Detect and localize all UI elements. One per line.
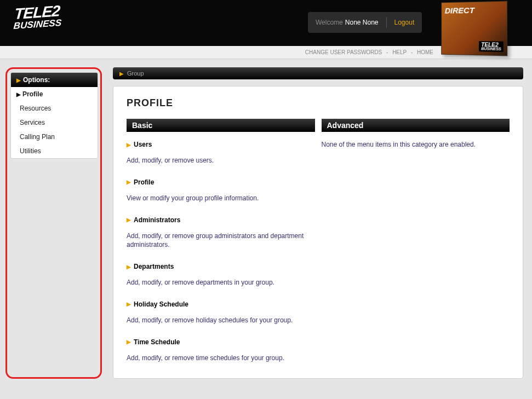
section-profile: ▶ Profile View or modify your group prof… [127,178,315,203]
sidebar-item-calling-plan[interactable]: Calling Plan [11,130,98,144]
arrow-icon: ▶ [16,91,21,97]
breadcrumb: ▶ Group [113,67,523,79]
sidebar-item-label: Services [20,119,45,126]
section-desc: Add, modify, or remove holiday schedules… [127,316,315,325]
column-advanced: Advanced None of the menu items in this … [322,119,510,363]
logo-line2: BUSINESS [13,19,62,31]
section-link-users[interactable]: ▶ Users [127,141,315,148]
logout-link[interactable]: Logout [394,19,415,26]
arrow-icon: ▶ [127,264,131,270]
arrow-icon: ▶ [127,217,131,223]
sidebar-item-resources[interactable]: Resources [11,101,98,115]
arrow-icon: ▶ [119,71,124,77]
logo: TELE2 BUSINESS [13,4,63,31]
section-time-schedule: ▶ Time Schedule Add, modify, or remove t… [127,338,315,363]
section-holiday-schedule: ▶ Holiday Schedule Add, modify, or remov… [127,300,315,325]
section-desc: Add, modify, or remove group administrat… [127,232,315,250]
page-title: PROFILE [127,97,510,109]
arrow-icon: ▶ [127,142,131,148]
arrow-icon: ▶ [16,77,21,83]
section-link-administrators[interactable]: ▶ Administrators [127,216,315,224]
section-link-profile[interactable]: ▶ Profile [127,178,315,186]
section-administrators: ▶ Administrators Add, modify, or remove … [127,216,315,250]
section-desc: View or modify your group profile inform… [127,194,315,203]
breadcrumb-label: Group [127,70,144,77]
sidebar-item-label: Resources [20,105,51,112]
arrow-icon: ▶ [127,339,131,345]
section-desc: Add, modify, or remove departments in yo… [127,278,315,287]
user-display-name: None None [345,19,379,26]
subnav-change-passwords[interactable]: CHANGE USER PASSWORDS [305,49,382,55]
column-basic: Basic ▶ Users Add, modify, or remove use… [127,119,315,363]
section-desc: Add, modify, or remove time schedules fo… [127,354,315,363]
sidebar-header-label: Options: [23,76,50,84]
separator [386,17,387,28]
sidebar-item-profile[interactable]: ▶ Profile [11,87,98,101]
welcome-label: Welcome [316,19,343,26]
main: ▶ Group PROFILE Basic ▶ Users Add, modif… [113,67,523,379]
arrow-icon: ▶ [127,301,131,307]
subnav-home[interactable]: HOME [417,49,433,55]
promo-mini-logo: TELE2 BUSINESS [479,41,504,52]
advanced-empty-message: None of the menu items in this category … [322,141,510,148]
sidebar: ▶ Options: ▶ Profile Resources Services … [10,72,98,159]
sidebar-item-utilities[interactable]: Utilities [11,144,98,158]
promo-title: DIRECT [445,5,474,15]
section-users: ▶ Users Add, modify, or remove users. [127,141,315,165]
sidebar-item-services[interactable]: Services [11,115,98,130]
column-heading-advanced: Advanced [322,119,510,132]
section-departments: ▶ Departments Add, modify, or remove dep… [127,263,315,287]
promo-box[interactable]: DIRECT TELE2 BUSINESS [441,1,507,56]
sidebar-header: ▶ Options: [11,73,98,87]
subnav-help[interactable]: HELP [392,49,407,55]
column-heading-basic: Basic [127,119,315,132]
columns: Basic ▶ Users Add, modify, or remove use… [127,119,510,363]
section-link-time-schedule[interactable]: ▶ Time Schedule [127,338,315,346]
sidebar-item-label: Calling Plan [20,133,55,141]
highlight-rectangle: ▶ Options: ▶ Profile Resources Services … [5,67,102,379]
section-link-departments[interactable]: ▶ Departments [127,263,315,270]
content-panel: PROFILE Basic ▶ Users Add, modify, or re… [113,86,523,379]
page-body: ▶ Options: ▶ Profile Resources Services … [0,59,532,379]
top-header: TELE2 BUSINESS Welcome None None Logout … [0,0,532,46]
sidebar-item-label: Utilities [20,147,41,155]
section-desc: Add, modify, or remove users. [127,156,315,165]
sidebar-item-label: Profile [22,90,43,98]
arrow-icon: ▶ [127,179,131,185]
welcome-box: Welcome None None Logout [308,12,422,33]
section-link-holiday-schedule[interactable]: ▶ Holiday Schedule [127,300,315,308]
